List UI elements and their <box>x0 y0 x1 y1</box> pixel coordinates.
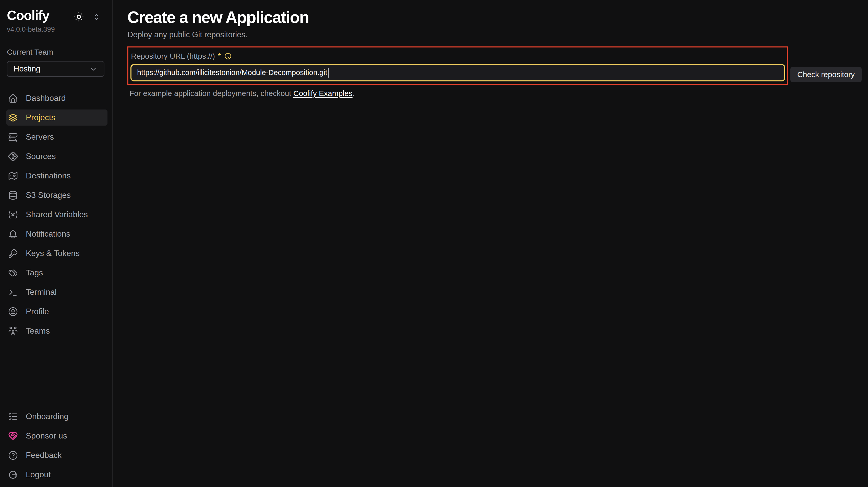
helper-suffix: . <box>352 89 354 98</box>
repository-url-label: Repository URL (https://) <box>131 52 215 61</box>
sidebar-nav: Dashboard Projects Servers <box>0 90 112 342</box>
helper-prefix: For example application deployments, che… <box>129 89 293 98</box>
page-subtitle: Deploy any public Git repositories. <box>127 30 868 39</box>
text-caret <box>328 68 329 77</box>
sidebar-item-label: Servers <box>26 132 54 142</box>
sidebar-item-dashboard[interactable]: Dashboard <box>6 90 107 106</box>
required-marker: * <box>218 52 221 61</box>
bell-icon <box>8 229 19 239</box>
current-team-label: Current Team <box>7 48 104 56</box>
sidebar-item-keys-tokens[interactable]: Keys & Tokens <box>6 245 107 261</box>
info-icon[interactable] <box>224 52 232 60</box>
sidebar-item-label: Notifications <box>26 229 70 239</box>
key-icon <box>8 248 19 259</box>
sun-icon <box>73 11 85 23</box>
sidebar-item-label: Shared Variables <box>26 210 88 219</box>
app-logo: Coolify <box>7 9 49 22</box>
theme-toggle-button[interactable] <box>73 11 85 23</box>
version-selector-button[interactable] <box>92 12 101 22</box>
sidebar-header: Coolify <box>0 9 112 23</box>
sidebar-item-label: Keys & Tokens <box>26 249 80 258</box>
server-bolt-icon <box>8 132 19 142</box>
sidebar-item-s3-storages[interactable]: S3 Storages <box>6 187 107 203</box>
map-icon <box>8 170 19 181</box>
sidebar-footer-nav: Onboarding Sponsor us Feedback <box>0 409 112 486</box>
sidebar-item-projects[interactable]: Projects <box>6 109 107 126</box>
sidebar-item-sponsor-us[interactable]: Sponsor us <box>6 428 107 444</box>
sidebar-item-teams[interactable]: Teams <box>6 323 107 339</box>
sidebar-item-tags[interactable]: Tags <box>6 265 107 281</box>
repository-field-group: Repository URL (https://) * https://gith… <box>127 46 788 85</box>
sidebar-item-label: Terminal <box>26 287 57 297</box>
sidebar-item-label: Destinations <box>26 171 71 181</box>
tags-icon <box>8 267 19 278</box>
repository-form-row: Repository URL (https://) * https://gith… <box>127 46 868 85</box>
sidebar-item-feedback[interactable]: Feedback <box>6 447 107 463</box>
users-group-icon <box>8 326 19 336</box>
sidebar-item-label: Logout <box>26 470 51 479</box>
sidebar-item-destinations[interactable]: Destinations <box>6 168 107 184</box>
chevron-up-down-icon <box>92 12 101 22</box>
main-content: Create a new Application Deploy any publ… <box>113 0 868 98</box>
chevron-down-icon <box>89 65 98 73</box>
sidebar-item-label: Dashboard <box>26 93 66 103</box>
check-repository-button[interactable]: Check repository <box>790 67 862 82</box>
variable-icon <box>8 209 19 220</box>
sidebar-item-label: S3 Storages <box>26 190 71 200</box>
team-select[interactable]: Hosting <box>7 61 104 77</box>
help-circle-icon <box>8 450 19 461</box>
user-circle-icon <box>8 306 19 317</box>
sidebar-item-label: Tags <box>26 268 43 278</box>
helper-text: For example application deployments, che… <box>127 89 868 98</box>
repository-url-input[interactable]: https://github.com/illicitestonion/Modul… <box>130 64 785 82</box>
page-title: Create a new Application <box>127 8 868 27</box>
sidebar-item-logout[interactable]: Logout <box>6 466 107 483</box>
sidebar-item-label: Sponsor us <box>26 431 67 441</box>
repository-url-value: https://github.com/illicitestonion/Modul… <box>137 68 327 77</box>
home-icon <box>8 93 19 104</box>
logout-icon <box>8 469 19 480</box>
git-icon <box>8 151 19 162</box>
team-select-value: Hosting <box>13 64 40 73</box>
sidebar-item-label: Profile <box>26 307 49 316</box>
sidebar-item-servers[interactable]: Servers <box>6 129 107 145</box>
sidebar-item-label: Teams <box>26 326 50 336</box>
sidebar-item-notifications[interactable]: Notifications <box>6 226 107 242</box>
sidebar-item-label: Feedback <box>26 451 62 460</box>
app-version: v4.0.0-beta.399 <box>0 26 112 33</box>
sidebar-item-terminal[interactable]: Terminal <box>6 284 107 300</box>
database-icon <box>8 190 19 201</box>
sidebar-item-label: Sources <box>26 152 56 161</box>
checklist-icon <box>8 411 19 422</box>
sidebar-item-profile[interactable]: Profile <box>6 303 107 320</box>
sidebar-item-label: Projects <box>26 113 55 122</box>
sidebar: Coolify v4.0.0-beta.399 Curren <box>0 0 113 487</box>
layers-icon <box>8 112 19 123</box>
heart-handshake-icon <box>8 431 19 441</box>
sidebar-item-shared-variables[interactable]: Shared Variables <box>6 206 107 223</box>
sidebar-item-sources[interactable]: Sources <box>6 148 107 164</box>
coolify-examples-link[interactable]: Coolify Examples <box>293 89 352 98</box>
sidebar-item-onboarding[interactable]: Onboarding <box>6 409 107 424</box>
sidebar-item-label: Onboarding <box>26 412 68 421</box>
terminal-icon <box>8 287 19 298</box>
